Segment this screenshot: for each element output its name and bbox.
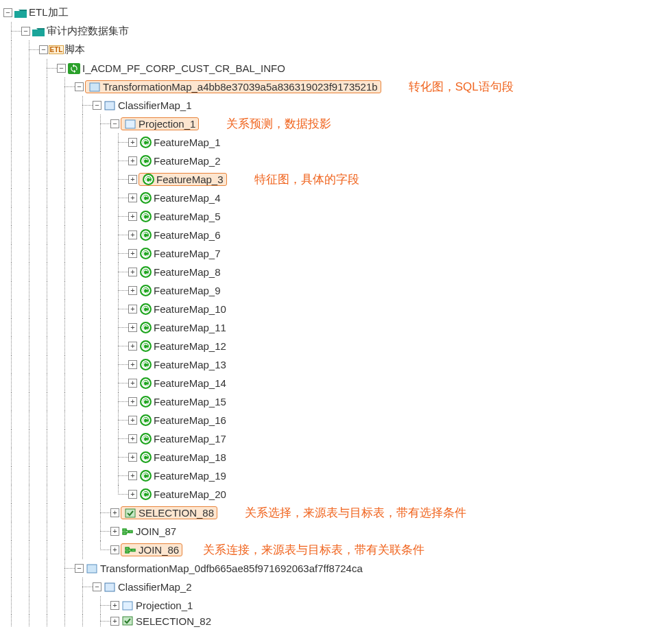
feature-icon: C [139,267,152,278]
node-label: FeatureMap_16 [153,414,227,426]
tree-node-feature[interactable]: +CFeatureMap_4 [3,189,669,207]
tree-node-l3[interactable]: − I_ACDM_PF_CORP_CUST_CR_BAL_INFO [3,59,669,78]
node-label: FeatureMap_13 [153,359,227,370]
selection-icon [124,508,136,519]
node-label: FeatureMap_6 [153,229,221,241]
expand-toggle[interactable]: + [128,286,137,295]
tree-node-feature[interactable]: +CFeatureMap_14 [3,374,669,392]
tree-node-cmap1[interactable]: − ClassifierMap_1 [3,96,669,115]
feature-icon: C [139,193,152,204]
expand-toggle[interactable]: + [128,416,137,425]
node-label: 审计内控数据集市 [46,25,130,38]
tree-node-proj2[interactable]: + Projection_1 [3,596,669,615]
tree-node-tmap1[interactable]: − TransformationMap_a4bb8e37039a5a836319… [3,78,669,96]
expand-toggle[interactable]: + [128,249,137,258]
node-label: FeatureMap_2 [153,155,221,167]
tree-node-feature[interactable]: +CFeatureMap_7 [3,244,669,263]
feature-icon: C [139,378,152,389]
expand-toggle[interactable]: + [128,323,137,332]
expand-toggle[interactable]: + [128,490,137,499]
map-icon [86,563,98,574]
tree-node-feature[interactable]: +CFeatureMap_12 [3,337,669,355]
selection-icon [121,615,134,626]
tree-node-l1[interactable]: − 审计内控数据集市 [3,22,669,40]
expand-toggle[interactable]: + [128,434,137,443]
node-label: FeatureMap_12 [153,340,227,352]
expand-toggle[interactable]: + [128,305,137,314]
collapse-toggle[interactable]: − [93,101,101,110]
tree-node-feature[interactable]: +CFeatureMap_9 [3,281,669,300]
expand-toggle[interactable]: + [128,397,137,406]
tree-node-cmap2[interactable]: − ClassifierMap_2 [3,578,669,596]
collapse-toggle[interactable]: − [3,8,12,17]
collapse-toggle[interactable]: − [93,582,101,591]
expand-toggle[interactable]: + [110,508,119,517]
tree-node-sel88[interactable]: + SELECTION_88 关系选择，来源表与目标表，带有选择条件 [3,504,669,522]
svg-rect-7 [125,509,135,517]
tree-node-tmap2[interactable]: − TransformationMap_0dfb665ae85f97169206… [3,559,669,578]
tree-node-feature[interactable]: +CFeatureMap_8 [3,263,669,281]
tree-node-feature[interactable]: +CFeatureMap_18 [3,448,669,466]
expand-toggle[interactable]: + [128,231,137,239]
expand-toggle[interactable]: + [128,268,137,276]
expand-toggle[interactable]: + [128,212,137,221]
collapse-toggle[interactable]: − [57,64,66,73]
tree-node-feature[interactable]: +CFeatureMap_6 [3,226,669,244]
node-label: TransformationMap_a4bb8e37039a5a83631902… [102,81,379,93]
collapse-toggle[interactable]: − [39,45,48,54]
expand-toggle[interactable]: + [128,193,137,202]
expand-toggle[interactable]: + [110,527,119,536]
feature-icon: C [139,322,152,333]
node-label: 脚本 [64,43,86,56]
node-label: FeatureMap_5 [153,211,221,222]
expand-toggle[interactable]: + [110,617,119,626]
expand-toggle[interactable]: + [128,471,137,480]
expand-toggle[interactable]: + [128,379,137,388]
refresh-icon [68,63,80,74]
annotation-proj: 关系预测，数据投影 [226,116,331,132]
tree-node-feature[interactable]: +CFeatureMap_13 [3,355,669,374]
expand-toggle[interactable]: + [110,601,119,610]
annotation-join: 关系连接，来源表与目标表，带有关联条件 [203,542,424,558]
collapse-toggle[interactable]: − [75,564,84,573]
svg-rect-6 [125,120,135,128]
tree-node-feature[interactable]: +CFeatureMap_5 [3,207,669,226]
feature-icon: C [139,397,152,407]
collapse-toggle[interactable]: − [75,82,84,91]
expand-toggle[interactable]: + [128,453,137,462]
expand-toggle[interactable]: + [110,545,119,554]
tree-node-join87[interactable]: + JOIN_87 [3,522,669,541]
node-label: FeatureMap_7 [153,248,221,259]
tree-node-feature[interactable]: +CFeatureMap_11 [3,318,669,337]
tree-node-feature[interactable]: +CFeatureMap_20 [3,485,669,504]
tree-node-feature[interactable]: +CFeatureMap_1 [3,133,669,152]
tree-node-proj1[interactable]: − Projection_1 关系预测，数据投影 [3,115,669,133]
feature-list: +CFeatureMap_1+CFeatureMap_2+CFeatureMap… [3,133,669,504]
feature-icon: C [139,415,152,426]
tree-node-feature[interactable]: +CFeatureMap_10 [3,300,669,318]
expand-toggle[interactable]: + [128,360,137,369]
expand-toggle[interactable]: + [128,175,137,184]
tree-node-feature[interactable]: +CFeatureMap_15 [3,392,669,411]
svg-marker-0 [14,10,27,11]
tree-node-feature[interactable]: +CFeatureMap_2 [3,152,669,170]
tree-node-join86[interactable]: + JOIN_86 关系连接，来源表与目标表，带有关联条件 [3,541,669,559]
feature-icon: C [139,359,152,370]
projection-icon [124,119,136,130]
node-label: ClassifierMap_1 [117,99,193,111]
tree-node-l2[interactable]: − ETL 脚本 [3,40,669,59]
node-label: JOIN_86 [138,544,180,556]
tree-node-feature[interactable]: +CFeatureMap_19 [3,466,669,485]
expand-toggle[interactable]: + [128,342,137,351]
node-label: ClassifierMap_2 [117,581,193,593]
expand-toggle[interactable]: + [128,156,137,165]
expand-toggle[interactable]: + [128,138,137,147]
tree-node-sel82[interactable]: + SELECTION_82 [3,615,669,627]
tree-node-feature[interactable]: +CFeatureMap_17 [3,429,669,448]
collapse-toggle[interactable]: − [110,119,119,128]
classifier-icon [104,100,116,111]
tree-node-root[interactable]: − ETL加工 [3,3,669,22]
collapse-toggle[interactable]: − [21,27,30,36]
tree-node-feature[interactable]: +CFeatureMap_16 [3,411,669,429]
tree-node-feature[interactable]: +CFeatureMap_3特征图，具体的字段 [3,170,669,189]
